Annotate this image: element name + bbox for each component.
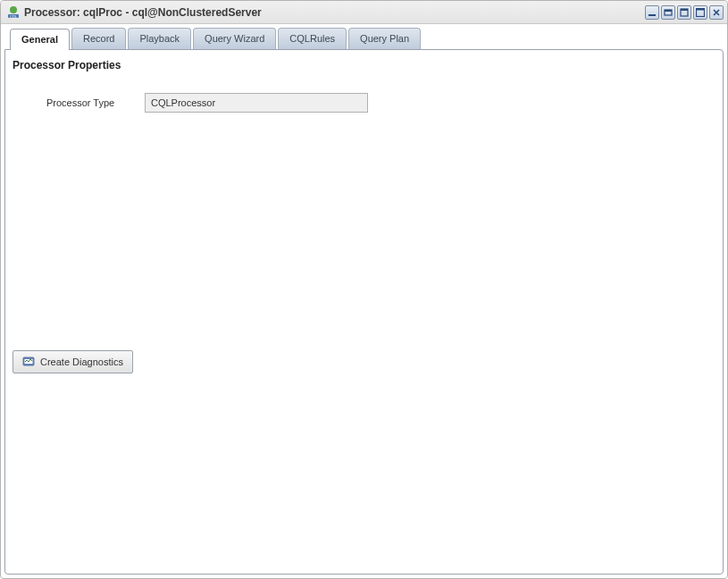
restore-button[interactable] bbox=[661, 5, 675, 20]
window-title: Processor: cqlProc - cql@NonClusteredSer… bbox=[24, 6, 645, 19]
svg-rect-3 bbox=[649, 14, 656, 16]
tab-query-plan[interactable]: Query Plan bbox=[348, 28, 421, 49]
window-controls bbox=[645, 5, 724, 20]
svg-rect-5 bbox=[665, 10, 672, 12]
tabs: General Record Playback Query Wizard CQL… bbox=[4, 28, 724, 49]
processor-type-field bbox=[145, 93, 368, 113]
tab-record[interactable]: Record bbox=[71, 28, 126, 49]
svg-rect-7 bbox=[681, 9, 688, 11]
minimize-button[interactable] bbox=[645, 5, 659, 20]
cql-icon: CQL bbox=[6, 5, 21, 20]
processor-type-label: Processor Type bbox=[46, 97, 145, 108]
tab-query-wizard[interactable]: Query Wizard bbox=[193, 28, 276, 49]
svg-point-0 bbox=[10, 6, 17, 13]
svg-rect-9 bbox=[697, 8, 705, 10]
svg-text:CQL: CQL bbox=[10, 13, 18, 18]
tab-general[interactable]: General bbox=[10, 29, 70, 50]
tab-panel-general: Processor Properties Processor Type Crea… bbox=[4, 49, 724, 575]
tab-playback[interactable]: Playback bbox=[128, 28, 191, 49]
diagnostics-icon bbox=[22, 355, 35, 369]
create-diagnostics-button[interactable]: Create Diagnostics bbox=[13, 350, 133, 373]
create-diagnostics-label: Create Diagnostics bbox=[40, 357, 123, 367]
section-title: Processor Properties bbox=[13, 59, 715, 71]
processor-window: CQL Processor: cqlProc - cql@NonClustere… bbox=[0, 0, 728, 579]
collapse-button[interactable] bbox=[677, 5, 691, 20]
maximize-button[interactable] bbox=[693, 5, 707, 20]
tab-cql-rules[interactable]: CQLRules bbox=[278, 28, 347, 49]
titlebar: CQL Processor: cqlProc - cql@NonClustere… bbox=[1, 1, 727, 24]
content-area: General Record Playback Query Wizard CQL… bbox=[1, 24, 727, 578]
spacer bbox=[13, 130, 715, 350]
processor-type-row: Processor Type bbox=[46, 93, 715, 113]
close-button[interactable] bbox=[709, 5, 724, 20]
